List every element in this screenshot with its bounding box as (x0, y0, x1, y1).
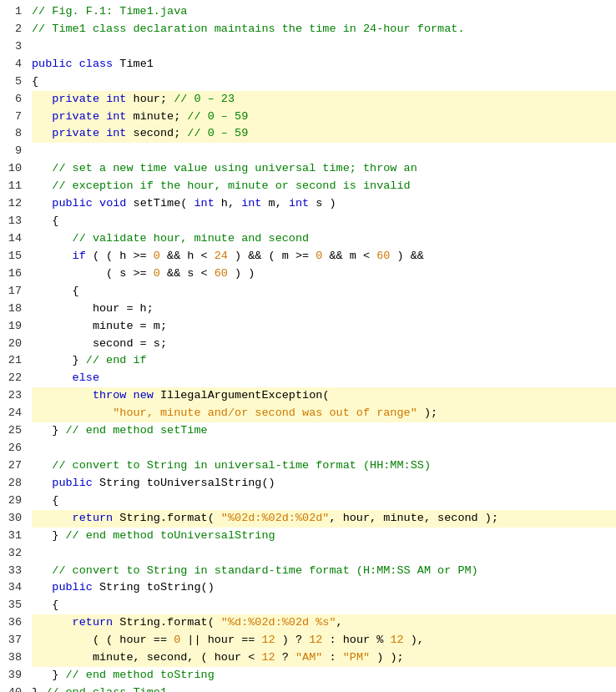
token: ( ( hour == (32, 634, 174, 646)
token: { (32, 494, 58, 507)
token: s ) (309, 197, 336, 210)
token: ) ? (275, 634, 310, 646)
code-line: public class Time1 (32, 56, 616, 73)
token: // set a new time value using universal … (32, 162, 417, 174)
token: public (32, 581, 93, 594)
token: return (32, 512, 113, 524)
line-number: 16 (7, 265, 22, 283)
line-number: 29 (7, 492, 22, 510)
token: { (32, 215, 58, 227)
code-line: { (32, 213, 616, 230)
token: } (32, 686, 45, 692)
token: int (106, 127, 126, 139)
code-line: // Fig. F.1: Time1.java (32, 3, 616, 21)
token: "AM" (295, 651, 322, 664)
token: hour = h; (32, 302, 154, 315)
token: "PM" (343, 651, 370, 664)
token: // validate hour, minute and second (32, 232, 309, 245)
line-number: 37 (7, 632, 22, 649)
token: String toString() (93, 581, 215, 594)
token: || hour == (180, 634, 261, 646)
token: private (32, 93, 99, 105)
token: // Fig. F.1: Time1.java (32, 5, 187, 18)
code-line: { (32, 492, 616, 510)
token: IllegalArgumentException( (154, 389, 330, 402)
line-number: 19 (7, 318, 22, 336)
code-line (32, 143, 616, 160)
token: // convert to String in universal-time f… (32, 459, 431, 472)
token: { (32, 75, 38, 88)
token: && s < (160, 267, 215, 280)
token: public (32, 58, 73, 70)
token: // end method setTime (66, 424, 208, 437)
token: second; (126, 127, 187, 139)
token: { (32, 285, 79, 297)
token: int (106, 110, 126, 123)
code-line: private int hour; // 0 – 23 (32, 91, 616, 109)
code-line: } // end method toString (32, 667, 616, 684)
line-number: 11 (7, 178, 22, 195)
code-line: public String toString() (32, 579, 616, 597)
token: ); (417, 407, 437, 419)
token: 60 (376, 250, 390, 262)
token: } (32, 354, 86, 366)
token: private (32, 127, 99, 139)
token: void (99, 197, 126, 210)
token: "%02d:%02d:%02d" (221, 512, 330, 524)
token: // end class Time1 (45, 686, 167, 692)
token: h, (215, 197, 241, 210)
line-number: 25 (7, 422, 22, 440)
token: 0 (154, 267, 160, 280)
token: ) && ( m >= (228, 250, 316, 262)
token: : hour % (322, 634, 390, 646)
code-line: } // end method setTime (32, 422, 616, 440)
code-line: else (32, 370, 616, 387)
code-container: 1234567891011121314151617181920212223242… (0, 0, 616, 692)
token: public (32, 477, 93, 489)
line-numbers: 1234567891011121314151617181920212223242… (0, 3, 27, 692)
line-number: 13 (7, 213, 22, 230)
token: 12 (261, 651, 275, 664)
code-line: throw new IllegalArgumentException( (32, 387, 616, 405)
token: && h < (160, 250, 215, 262)
token (32, 407, 113, 419)
line-number: 8 (7, 125, 22, 143)
line-number: 30 (7, 510, 22, 528)
token: ), (404, 634, 424, 646)
code-line: private int minute; // 0 – 59 (32, 109, 616, 126)
code-line: minute = m; (32, 318, 616, 336)
code-line: "hour, minute and/or second was out of r… (32, 405, 616, 422)
token: // 0 – 23 (174, 93, 235, 105)
token: 12 (309, 634, 322, 646)
token: "%d:%02d:%02d %s" (221, 616, 336, 629)
code-line: // Time1 class declaration maintains the… (32, 21, 616, 38)
code-line: { (32, 597, 616, 614)
token: 24 (215, 250, 228, 262)
token: int (194, 197, 214, 210)
line-number: 21 (7, 352, 22, 370)
line-number: 1 (7, 3, 22, 21)
token: hour; (126, 93, 174, 105)
code-line: private int second; // 0 – 59 (32, 125, 616, 143)
code-line (32, 545, 616, 563)
token: int (106, 93, 126, 105)
line-number: 23 (7, 387, 22, 405)
code-line: // validate hour, minute and second (32, 230, 616, 248)
token (93, 197, 99, 210)
token: } (32, 424, 66, 437)
token: String.format( (113, 512, 221, 524)
code-line: } // end class Time1 (32, 684, 616, 692)
token: } (32, 529, 66, 542)
line-number: 4 (7, 56, 22, 73)
line-number: 35 (7, 597, 22, 614)
token: minute = m; (32, 320, 167, 332)
code-line: return String.format( "%d:%02d:%02d %s", (32, 614, 616, 632)
token: // exception if the hour, minute or seco… (32, 179, 411, 192)
token: int (289, 197, 309, 210)
code-line: } // end if (32, 352, 616, 370)
token: 60 (215, 267, 228, 280)
code-line: } // end method toUniversalString (32, 528, 616, 545)
token: 12 (390, 634, 403, 646)
code-line: hour = h; (32, 301, 616, 318)
code-line: public String toUniversalString() (32, 475, 616, 492)
